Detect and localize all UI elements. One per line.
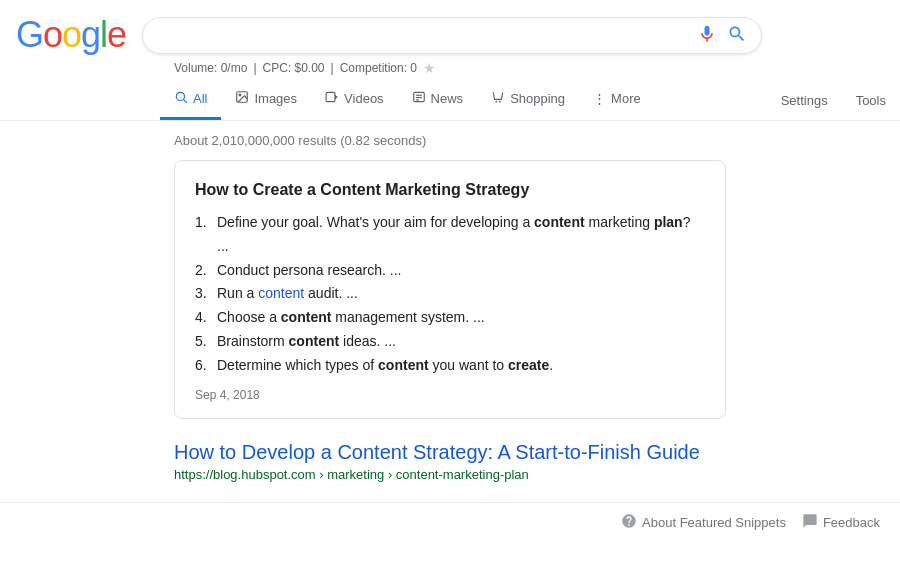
settings-tab[interactable]: Settings: [767, 83, 842, 118]
videos-tab-icon: [325, 90, 339, 107]
nav-tabs: All Images Videos News Shopping ⋮ More S…: [0, 80, 900, 121]
shopping-tab-icon: [491, 90, 505, 107]
tab-videos-label: Videos: [344, 91, 384, 106]
search-submit-icon[interactable]: [727, 24, 747, 47]
svg-point-0: [176, 92, 184, 100]
tab-more-label: More: [611, 91, 641, 106]
footer: About Featured Snippets Feedback: [0, 502, 900, 542]
tab-all[interactable]: All: [160, 80, 221, 120]
about-snippets-item[interactable]: About Featured Snippets: [621, 513, 786, 532]
snippet-item-1: 1. Define your goal. What's your aim for…: [195, 211, 705, 259]
tab-news-label: News: [431, 91, 464, 106]
snippet-item-2: 2. Conduct persona research. ...: [195, 259, 705, 283]
keyword-stats: Volume: 0/mo | CPC: $0.00 | Competition:…: [174, 56, 900, 78]
snippet-title: How to Create a Content Marketing Strate…: [195, 181, 705, 199]
results-count: About 2,010,000,000 results (0.82 second…: [0, 121, 900, 160]
news-tab-icon: [412, 90, 426, 107]
search-bar: how to create a content plan: [142, 17, 762, 54]
tab-more[interactable]: ⋮ More: [579, 81, 655, 119]
svg-point-10: [496, 101, 498, 103]
tab-all-label: All: [193, 91, 207, 106]
help-icon: [621, 513, 637, 532]
organic-result-1: How to Develop a Content Strategy: A Sta…: [174, 439, 726, 482]
separator2: |: [331, 61, 334, 75]
svg-line-1: [184, 100, 187, 103]
tools-label: Tools: [856, 93, 886, 108]
feedback-label: Feedback: [823, 515, 880, 530]
result-title-link[interactable]: How to Develop a Content Strategy: A Sta…: [174, 439, 726, 465]
snippet-list: 1. Define your goal. What's your aim for…: [195, 211, 705, 378]
more-tab-icon: ⋮: [593, 91, 606, 106]
star-icon[interactable]: ★: [423, 60, 436, 76]
tab-images[interactable]: Images: [221, 80, 311, 120]
feedback-item[interactable]: Feedback: [802, 513, 880, 532]
snippet-item-4: 4. Choose a content management system. .…: [195, 306, 705, 330]
volume-stat: Volume: 0/mo: [174, 61, 247, 75]
search-bar-wrapper: how to create a content plan: [142, 17, 762, 54]
images-tab-icon: [235, 90, 249, 107]
search-input[interactable]: how to create a content plan: [157, 26, 687, 44]
tab-news[interactable]: News: [398, 80, 478, 120]
svg-marker-5: [335, 95, 338, 100]
competition-stat: Competition: 0: [340, 61, 417, 75]
snippet-item-5: 5. Brainstorm content ideas. ...: [195, 330, 705, 354]
settings-label: Settings: [781, 93, 828, 108]
separator1: |: [253, 61, 256, 75]
all-tab-icon: [174, 90, 188, 107]
about-snippets-label: About Featured Snippets: [642, 515, 786, 530]
snippet-item-3: 3. Run a content audit. ...: [195, 282, 705, 306]
search-icons: [697, 24, 747, 47]
snippet-link-content[interactable]: content: [258, 285, 304, 301]
cpc-stat: CPC: $0.00: [263, 61, 325, 75]
feedback-icon: [802, 513, 818, 532]
result-breadcrumb: https://blog.hubspot.com › marketing › c…: [174, 467, 726, 482]
svg-point-3: [240, 94, 242, 96]
featured-snippet: How to Create a Content Marketing Strate…: [174, 160, 726, 419]
google-logo: Google: [16, 14, 126, 56]
mic-icon[interactable]: [697, 24, 717, 47]
tab-shopping-label: Shopping: [510, 91, 565, 106]
header: Google how to create a content plan: [0, 0, 900, 56]
svg-point-11: [499, 101, 501, 103]
svg-rect-4: [326, 92, 335, 101]
snippet-item-6: 6. Determine which types of content you …: [195, 354, 705, 378]
nav-settings: Settings Tools: [767, 83, 900, 118]
tab-shopping[interactable]: Shopping: [477, 80, 579, 120]
tab-videos[interactable]: Videos: [311, 80, 398, 120]
snippet-date: Sep 4, 2018: [195, 388, 705, 402]
results-count-text: About 2,010,000,000 results (0.82 second…: [174, 133, 426, 148]
tools-tab[interactable]: Tools: [842, 83, 900, 118]
tab-images-label: Images: [254, 91, 297, 106]
